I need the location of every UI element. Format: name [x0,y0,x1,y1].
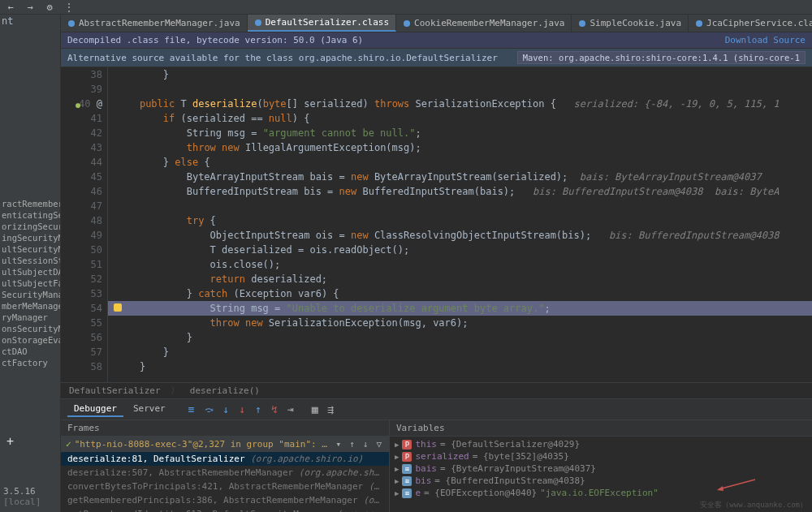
stack-frame[interactable]: deserialize:81, DefaultSerializer (org.a… [61,452,389,466]
gutter-line[interactable]: 57 [61,345,102,359]
next-frame-icon[interactable]: ↓ [361,439,371,450]
sidebar-item[interactable]: onStorageEvalua [0,334,60,346]
tab-server[interactable]: Server [127,402,172,417]
gutter-line[interactable]: 47 [61,199,102,213]
gutter-line[interactable]: 50 [61,243,102,257]
sidebar-item[interactable]: onsSecurityMana [0,323,60,334]
editor-tab[interactable]: AbstractRememberMeManager.java [61,15,248,32]
code-editor[interactable]: 3839●40 @4142434445464748495051525354555… [61,67,812,382]
gutter-line[interactable]: 55 [61,316,102,330]
sidebar-top-label: nt [0,15,60,28]
sidebar-item[interactable]: ultSubjectDAO [0,266,60,278]
prev-frame-icon[interactable]: ↑ [347,439,357,450]
sidebar-item[interactable]: SecurityManage [0,289,60,300]
gutter-line[interactable]: 58 [61,359,102,374]
variable-row[interactable]: ▶≡ bais = {ByteArrayInputStream@4037} [393,463,809,475]
debug-panel: Debugger Server ≡ ⤼ ↓ ↓ ↑ ↯ ⇥ ▦ ⇶ Fra [61,398,812,512]
sidebar: nt ractRememberMeenticatingSecuritorizin… [0,15,61,512]
sidebar-item[interactable]: ultSecurityManag [0,243,60,255]
gutter-line[interactable]: 39 [61,82,102,97]
sidebar-item[interactable]: ractRememberMe [0,198,60,209]
sidebar-item[interactable]: ryManager [0,312,60,323]
tab-debugger[interactable]: Debugger [67,402,123,417]
watermark: 安全客（www.anquanke.com） [700,500,807,510]
svg-marker-8 [717,486,723,491]
gear-icon[interactable]: ⚙ [44,2,55,13]
force-step-into-icon[interactable]: ↓ [235,403,248,415]
back-icon[interactable]: ← [5,2,16,13]
gutter-line[interactable]: 49 [61,228,102,243]
gutter-line[interactable]: 53 [61,286,102,301]
editor-tab[interactable]: CookieRememberMeManager.java [396,15,572,32]
svg-point-4 [696,20,702,27]
banner-text: Alternative source available for the cla… [67,53,498,63]
variable-row[interactable]: ▶P serialized = {byte[352]@4035} [393,450,809,463]
gutter-line[interactable]: 41 [61,111,102,126]
trace-icon[interactable]: ⇶ [325,403,338,415]
thread-selector[interactable]: ✓ "http-nio-8088-exec-3"@2,327 in group … [61,437,389,452]
editor-tabs: AbstractRememberMeManager.javaDefaultSer… [61,15,812,32]
gutter-line[interactable]: 43 [61,140,102,155]
step-out-icon[interactable]: ↑ [252,403,265,415]
sidebar-item[interactable]: ctDAO [0,346,60,357]
frames-title: Frames [61,420,389,437]
more-icon[interactable]: ⋮ [63,2,75,13]
forward-icon[interactable]: → [24,2,36,13]
gutter-line[interactable]: 54 [61,301,102,316]
sidebar-item[interactable]: enticatingSecurit [0,209,60,221]
sidebar-item[interactable]: orizingSecurityM [0,221,60,232]
variable-row[interactable]: ▶P this = {DefaultSerializer@4029} [393,438,809,450]
svg-point-1 [255,19,261,26]
sidebar-item[interactable]: mberMeManager [0,300,60,312]
chevron-down-icon[interactable]: ▾ [334,439,344,450]
stack-frame[interactable]: getRememberedPrincipals:386, AbstractRem… [61,493,389,507]
sidebar-item[interactable]: ultSubjectFactory [0,278,60,289]
sidebar-item[interactable]: ctFactory [0,357,60,368]
gutter-line[interactable]: 51 [61,257,102,272]
breadcrumb[interactable]: DefaultSerializer 〉 deserialize() [61,382,812,398]
svg-point-3 [579,20,585,27]
maven-pill[interactable]: Maven: org.apache.shiro:shiro-core:1.4.1… [517,51,806,64]
step-over-icon[interactable]: ⤼ [201,403,217,415]
svg-line-7 [719,480,755,489]
editor-tab[interactable]: DefaultSerializer.class [248,15,396,32]
editor-tab[interactable]: JcaCipherService.class [689,15,812,32]
altsource-banner: Alternative source available for the cla… [61,49,812,67]
filter-icon[interactable]: ▽ [374,439,384,450]
check-icon: ✓ [66,439,71,450]
run-to-cursor-icon[interactable]: ⇥ [284,403,297,415]
gutter-line[interactable]: 42 [61,126,102,140]
editor-tab[interactable]: SimpleCookie.java [572,15,689,32]
variables-title: Variables [390,420,812,437]
decompiled-banner: Decompiled .class file, bytecode version… [61,32,812,49]
step-into-icon[interactable]: ↓ [220,403,233,415]
gutter-line[interactable]: 48 [61,213,102,228]
stack-frame[interactable]: getRememberedIdentity:613, DefaultSecuri… [61,507,389,512]
add-button[interactable]: + [3,432,57,450]
gutter-line[interactable]: ●40 @ [61,97,102,111]
gutter-line[interactable]: 56 [61,330,102,345]
sidebar-item[interactable]: ingSecurityMana [0,232,60,243]
evaluate-icon[interactable]: ▦ [309,403,322,415]
show-exec-icon[interactable]: ≡ [185,403,198,415]
main-toolbar: ← → ⚙ ⋮ [0,0,812,15]
annotation-arrow [715,477,763,493]
version-number: 3.5.16 [3,486,36,497]
gutter-line[interactable]: 46 [61,184,102,199]
gutter-line[interactable]: 38 [61,67,102,82]
gutter-line[interactable]: 44 [61,155,102,170]
sidebar-item[interactable]: ultSessionStorag [0,255,60,266]
download-sources-link[interactable]: Download Source [725,35,806,45]
gutter-line[interactable]: 52 [61,272,102,286]
banner-text: Decompiled .class file, bytecode version… [67,35,363,45]
stack-frame[interactable]: deserialize:507, AbstractRememberMeManag… [61,466,389,480]
stack-frame[interactable]: convertBytesToPrincipals:421, AbstractRe… [61,480,389,493]
drop-frame-icon[interactable]: ↯ [268,403,281,415]
svg-point-2 [404,20,410,27]
svg-point-0 [68,20,75,27]
version-tag: [local] [3,497,41,507]
gutter-line[interactable]: 45 [61,170,102,184]
